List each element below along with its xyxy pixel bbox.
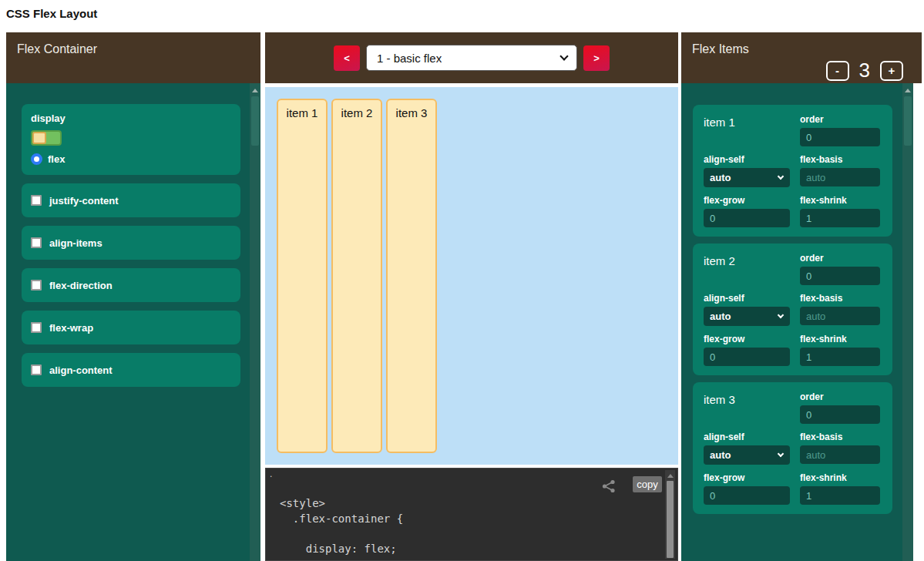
- code-bullet: .: [270, 469, 272, 479]
- item-1-flex-grow-group: flex-grow: [704, 195, 790, 227]
- align-self-label: align-self: [704, 432, 790, 442]
- remove-item-button[interactable]: -: [826, 61, 849, 81]
- flex-items-body: item 1 order align-self auto flex-basis: [681, 83, 913, 561]
- app: { "page": { "title": "CSS Flex Layout" }…: [0, 0, 924, 561]
- order-label: order: [800, 391, 880, 402]
- item-1-order-input[interactable]: [800, 128, 880, 146]
- item-1-align-self-group: align-self auto: [704, 154, 790, 187]
- align-content-checkbox[interactable]: [31, 364, 42, 375]
- flex-grow-label: flex-grow: [704, 472, 790, 483]
- align-content-label: align-content: [49, 364, 113, 376]
- flex-wrap-card[interactable]: flex-wrap: [22, 311, 240, 344]
- align-items-label: align-items: [49, 237, 102, 249]
- item-3-card: item 3 order align-self auto flex-basis: [693, 382, 892, 514]
- display-label: display: [31, 113, 231, 124]
- display-flex-radio-row: flex: [31, 153, 231, 165]
- example-nav-bar: < 1 - basic flex >: [265, 32, 678, 83]
- code-scrollbar[interactable]: [665, 470, 675, 559]
- flex-grow-label: flex-grow: [704, 334, 790, 344]
- flex-container-header: Flex Container: [6, 32, 260, 83]
- align-content-card[interactable]: align-content: [22, 353, 240, 387]
- stage-item-3: item 3: [386, 99, 437, 453]
- example-select-wrap: 1 - basic flex: [366, 45, 577, 71]
- display-toggle-knob: [32, 132, 46, 144]
- item-3-flex-shrink-input[interactable]: [800, 486, 880, 505]
- item-2-flex-basis-group: flex-basis: [800, 293, 880, 326]
- justify-content-label: justify-content: [49, 195, 119, 207]
- align-self-label: align-self: [704, 154, 790, 165]
- item-3-order-input[interactable]: [800, 405, 880, 424]
- code-scroll-thumb[interactable]: [667, 481, 674, 558]
- justify-content-checkbox[interactable]: [31, 195, 42, 206]
- item-2-flex-basis-input[interactable]: [800, 307, 880, 325]
- item-count: 3: [859, 59, 870, 82]
- flex-container-body: display flex justify-content align-items…: [6, 83, 260, 561]
- flex-basis-label: flex-basis: [800, 293, 880, 304]
- item-2-flex-grow-input[interactable]: [704, 348, 790, 366]
- item-1-align-self-select[interactable]: auto: [704, 168, 790, 187]
- flex-basis-label: flex-basis: [800, 154, 880, 165]
- item-1-flex-basis-input[interactable]: [800, 168, 880, 186]
- item-3-order-group: order: [800, 391, 880, 424]
- item-3-flex-grow-input[interactable]: [704, 486, 790, 505]
- flex-items-header: Flex Items - 3 +: [681, 32, 922, 83]
- flex-grow-label: flex-grow: [704, 195, 790, 206]
- item-3-flex-basis-group: flex-basis: [800, 432, 880, 465]
- stage-item-2: item 2: [331, 99, 382, 453]
- code-panel: . copy <style> .flex-container { display…: [265, 468, 678, 561]
- right-panel-scrollbar[interactable]: [902, 83, 913, 561]
- flex-items-title: Flex Items: [692, 42, 749, 55]
- flex-basis-label: flex-basis: [800, 432, 880, 442]
- flex-direction-checkbox[interactable]: [31, 280, 42, 291]
- item-1-flex-basis-group: flex-basis: [800, 154, 880, 187]
- item-2-align-self-select[interactable]: auto: [704, 307, 790, 326]
- flex-shrink-label: flex-shrink: [800, 334, 880, 344]
- item-3-flex-shrink-group: flex-shrink: [800, 472, 880, 505]
- item-2-align-self-group: align-self auto: [704, 293, 790, 326]
- right-scroll-thumb[interactable]: [904, 96, 912, 146]
- align-self-label: align-self: [704, 293, 790, 304]
- align-items-checkbox[interactable]: [31, 237, 42, 248]
- page-title: CSS Flex Layout: [6, 7, 97, 20]
- align-items-card[interactable]: align-items: [22, 226, 240, 260]
- item-1-flex-shrink-input[interactable]: [800, 209, 880, 227]
- item-3-align-self-select[interactable]: auto: [704, 445, 790, 465]
- item-1-card: item 1 order align-self auto flex-basis: [693, 105, 892, 237]
- item-2-flex-shrink-input[interactable]: [800, 348, 880, 366]
- item-1-order-group: order: [800, 114, 880, 146]
- flex-direction-label: flex-direction: [49, 280, 113, 291]
- item-2-card: item 2 order align-self auto flex-basis: [693, 244, 892, 375]
- item-3-align-self-group: align-self auto: [704, 432, 790, 465]
- item-3-flex-basis-input[interactable]: [800, 445, 880, 464]
- item-3-title: item 3: [704, 391, 790, 424]
- item-2-order-input[interactable]: [800, 267, 880, 285]
- item-1-flex-grow-input[interactable]: [704, 209, 790, 227]
- share-icon[interactable]: [602, 479, 616, 493]
- order-label: order: [800, 114, 880, 125]
- prev-example-button[interactable]: <: [334, 45, 360, 71]
- scroll-up-icon[interactable]: [252, 89, 258, 92]
- item-1-flex-shrink-group: flex-shrink: [800, 195, 880, 227]
- display-toggle[interactable]: [31, 130, 62, 146]
- left-panel-scrollbar[interactable]: [250, 83, 260, 561]
- stage-item-1: item 1: [277, 99, 328, 453]
- copy-button[interactable]: copy: [633, 476, 662, 492]
- flex-radio-label: flex: [48, 153, 65, 165]
- flex-wrap-checkbox[interactable]: [31, 322, 42, 333]
- flex-radio[interactable]: [31, 153, 42, 165]
- scroll-up-icon[interactable]: [905, 89, 911, 92]
- item-2-order-group: order: [800, 253, 880, 285]
- next-example-button[interactable]: >: [583, 45, 610, 71]
- item-2-title: item 2: [704, 253, 790, 285]
- flex-wrap-label: flex-wrap: [49, 322, 93, 334]
- example-select[interactable]: 1 - basic flex: [366, 45, 577, 71]
- scroll-up-icon[interactable]: [667, 474, 674, 478]
- add-item-button[interactable]: +: [880, 61, 903, 81]
- preview-column: < 1 - basic flex > item 1 item 2 item 3 …: [265, 32, 678, 561]
- justify-content-card[interactable]: justify-content: [22, 183, 240, 217]
- order-label: order: [800, 253, 880, 264]
- item-3-flex-grow-group: flex-grow: [704, 472, 790, 505]
- left-scroll-thumb[interactable]: [251, 96, 259, 146]
- flex-direction-card[interactable]: flex-direction: [22, 268, 240, 302]
- flex-preview-stage: item 1 item 2 item 3: [265, 87, 678, 465]
